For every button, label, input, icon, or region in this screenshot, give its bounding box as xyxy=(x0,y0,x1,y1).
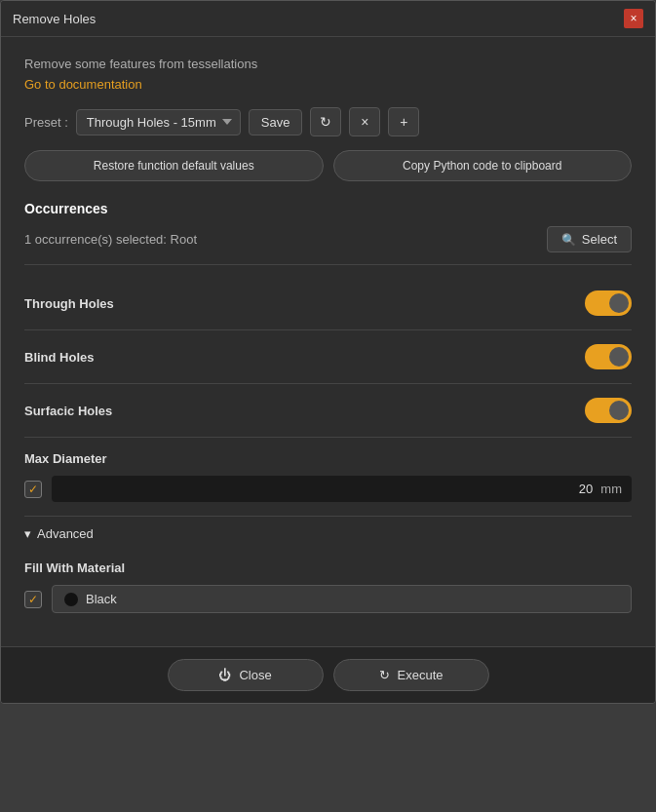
add-preset-button[interactable]: + xyxy=(388,107,419,136)
fill-with-material-section: Fill With Material ✓ Black xyxy=(24,551,632,627)
max-diameter-row: ✓ 20 mm xyxy=(24,476,632,502)
preset-select[interactable]: Through Holes - 15mm xyxy=(76,109,241,135)
surfacic-holes-row: Surfacic Holes xyxy=(24,384,632,438)
advanced-row[interactable]: ▾ Advanced xyxy=(24,517,632,551)
execute-button[interactable]: ↻ Execute xyxy=(333,659,489,691)
max-diameter-value: 20 xyxy=(579,482,593,496)
title-bar: Remove Holes × xyxy=(1,1,655,37)
fill-with-material-title: Fill With Material xyxy=(24,561,632,575)
color-label: Black xyxy=(86,592,117,606)
occurrences-text: 1 occurrence(s) selected: Root xyxy=(24,232,197,247)
execute-icon: ↻ xyxy=(379,668,390,682)
advanced-chevron: ▾ xyxy=(24,526,31,541)
max-diameter-input-wrap: 20 mm xyxy=(52,476,632,502)
window-close-button[interactable]: × xyxy=(624,9,643,28)
description-text: Remove some features from tessellations xyxy=(24,57,632,71)
through-holes-toggle[interactable] xyxy=(585,290,632,316)
color-select[interactable]: Black xyxy=(52,585,632,613)
occurrences-title: Occurrences xyxy=(24,201,632,216)
occurrences-section: Occurrences 1 occurrence(s) selected: Ro… xyxy=(24,201,632,265)
blind-holes-toggle[interactable] xyxy=(585,344,632,369)
actions-row: Restore function default values Copy Pyt… xyxy=(24,150,632,181)
close-label: Close xyxy=(239,668,271,682)
fill-with-material-row: ✓ Black xyxy=(24,585,632,613)
fill-with-material-checkbox[interactable]: ✓ xyxy=(24,591,42,608)
window-title: Remove Holes xyxy=(13,12,96,26)
max-diameter-unit: mm xyxy=(600,482,622,496)
preset-row: Preset : Through Holes - 15mm Save ↻ × + xyxy=(24,107,632,136)
surfacic-holes-toggle[interactable] xyxy=(585,398,632,423)
main-window: Remove Holes × Remove some features from… xyxy=(0,0,656,704)
blind-holes-label: Blind Holes xyxy=(24,350,95,365)
refresh-button[interactable]: ↻ xyxy=(310,107,341,136)
surfacic-holes-label: Surfacic Holes xyxy=(24,404,112,418)
execute-label: Execute xyxy=(398,668,444,682)
advanced-label: Advanced xyxy=(37,526,94,541)
select-label: Select xyxy=(582,232,617,247)
main-content: Remove some features from tessellations … xyxy=(1,37,655,646)
close-button[interactable]: ⏻ Close xyxy=(168,659,324,691)
select-button[interactable]: 🔍 Select xyxy=(547,226,632,252)
restore-defaults-button[interactable]: Restore function default values xyxy=(24,150,324,181)
footer: ⏻ Close ↻ Execute xyxy=(1,646,655,703)
doc-link[interactable]: Go to documentation xyxy=(24,77,142,92)
add-icon: + xyxy=(400,114,407,130)
close-icon: ⏻ xyxy=(218,668,231,682)
search-icon: 🔍 xyxy=(561,233,576,247)
clear-preset-button[interactable]: × xyxy=(349,107,380,136)
preset-label: Preset : xyxy=(24,115,68,130)
color-dot xyxy=(64,593,78,606)
copy-python-button[interactable]: Copy Python code to clipboard xyxy=(333,150,633,181)
through-holes-row: Through Holes xyxy=(24,277,632,330)
blind-holes-row: Blind Holes xyxy=(24,330,632,384)
occurrences-row: 1 occurrence(s) selected: Root 🔍 Select xyxy=(24,226,632,265)
refresh-icon: ↻ xyxy=(320,114,331,130)
max-diameter-title: Max Diameter xyxy=(24,451,632,466)
max-diameter-checkbox[interactable]: ✓ xyxy=(24,481,42,498)
save-button[interactable]: Save xyxy=(249,109,303,135)
max-diameter-section: Max Diameter ✓ 20 mm xyxy=(24,438,632,517)
clear-icon: × xyxy=(361,114,368,130)
through-holes-label: Through Holes xyxy=(24,296,114,311)
